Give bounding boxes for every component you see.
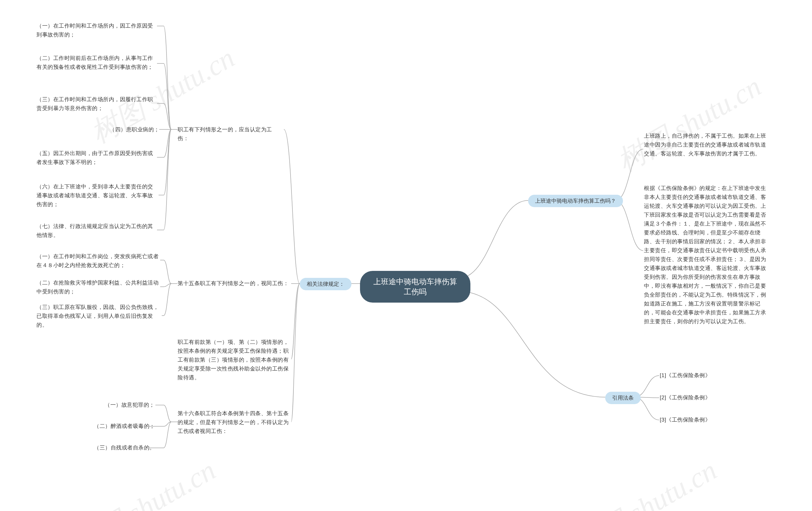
right-q-ans2: 根据《工伤保险条例》的规定：在上下班途中发生非本人主要责任的交通事故或者城市轨道… xyxy=(644,184,769,326)
law-node[interactable]: 相关法律规定： xyxy=(300,278,351,290)
art15-extra: 职工有前款第（一）项、第（二）项情形的，按照本条例的有关规定享受工伤保险待遇；职… xyxy=(178,338,292,382)
right-ref-node[interactable]: 引用法条 xyxy=(605,392,641,404)
art16-intro: 第十六条职工符合本条例第十四条、第十五条的规定，但是有下列情形之一的，不得认定为… xyxy=(178,409,292,436)
right-ref-label: 引用法条 xyxy=(612,395,634,401)
art15-3: （三）职工原在军队服役，因战、因公负伤致残，已取得革命伤残军人证，到用人单位后旧… xyxy=(36,303,160,330)
art14-7: （七）法律、行政法规规定应当认定为工伤的其他情形。 xyxy=(36,222,154,240)
right-ref-2: [2]《工伤保险条例》 xyxy=(660,393,710,402)
art14-6: （六）在上下班途中，受到非本人主要责任的交通事故或者城市轨道交通、客运轮渡、火车… xyxy=(36,182,157,209)
right-q-ans1: 上班路上，自己摔伤的，不属于工伤。如果在上班途中因为非自己主要责任的交通事故或者… xyxy=(644,132,769,158)
root-node-line2: 工伤吗 xyxy=(404,287,427,296)
art16-1: （一）故意犯罪的； xyxy=(105,401,155,409)
art15-intro: 第十五条职工有下列情形之一的，视同工伤： xyxy=(178,279,290,288)
right-ref-3: [3]《工伤保险条例》 xyxy=(660,416,710,424)
root-node-line1: 上班途中骑电动车摔伤算 xyxy=(373,277,457,286)
right-q-node[interactable]: 上班途中骑电动车摔伤算工伤吗？ xyxy=(528,195,623,207)
art14-4: （四）患职业病的； xyxy=(110,125,165,134)
right-ref-1: [1]《工伤保险条例》 xyxy=(660,371,710,380)
art14-3: （三）在工作时间和工作场所内，因履行工作职责受到暴力等意外伤害的； xyxy=(36,95,154,113)
art14-1: （一）在工作时间和工作场所内，因工作原因受到事故伤害的； xyxy=(36,22,154,39)
art14-intro: 职工有下列情形之一的，应当认定为工伤： xyxy=(178,125,282,143)
art14-2: （二）工作时间前后在工作场所内，从事与工作有关的预备性或者收尾性工作受到事故伤害… xyxy=(36,54,154,72)
art16-3: （三）自残或者自杀的。 xyxy=(94,444,155,452)
art15-2: （二）在抢险救灾等维护国家利益、公共利益活动中受到伤害的； xyxy=(36,279,158,296)
art16-2: （二）醉酒或者吸毒的； xyxy=(94,422,155,431)
law-node-label: 相关法律规定： xyxy=(307,281,345,287)
right-q-label: 上班途中骑电动车摔伤算工伤吗？ xyxy=(535,198,616,204)
art15-1: （一）在工作时间和工作岗位，突发疾病死亡或者在４８小时之内经抢救无效死亡的； xyxy=(36,252,158,270)
root-node[interactable]: 上班途中骑电动车摔伤算 工伤吗 xyxy=(360,271,470,303)
art14-5: （五）因工外出期间，由于工作原因受到伤害或者发生事故下落不明的； xyxy=(36,149,154,167)
